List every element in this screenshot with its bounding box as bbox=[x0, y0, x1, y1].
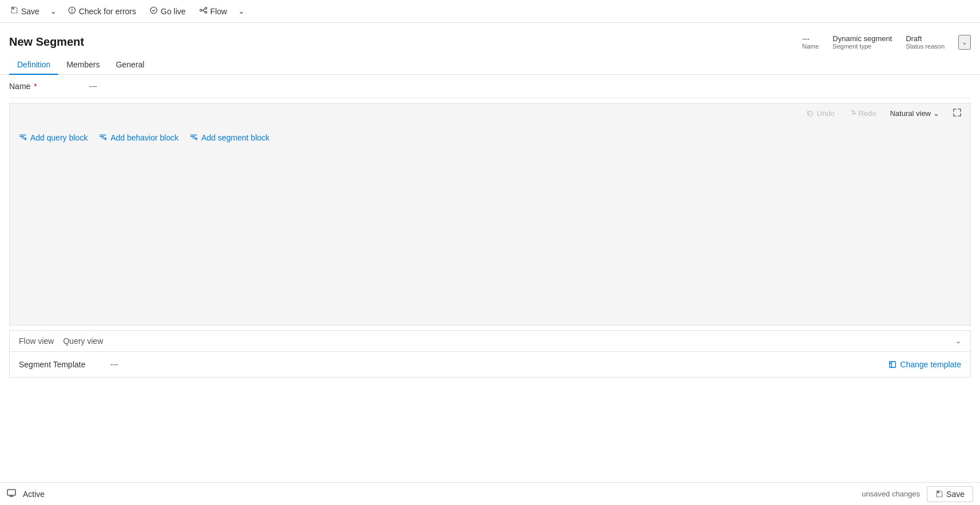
go-live-icon bbox=[150, 6, 158, 16]
status-bar: Active unsaved changes Save bbox=[0, 482, 980, 505]
flow-icon bbox=[199, 6, 207, 16]
save-icon bbox=[10, 6, 18, 16]
tabs: Definition Members General bbox=[0, 55, 980, 75]
add-segment-icon bbox=[190, 133, 198, 142]
status-active-label: Active bbox=[23, 490, 45, 499]
name-meta-value: --- bbox=[802, 34, 810, 43]
tab-definition[interactable]: Definition bbox=[9, 55, 58, 75]
expand-canvas-button[interactable] bbox=[950, 107, 965, 120]
name-field-value[interactable]: --- bbox=[89, 82, 97, 91]
bottom-panel-chevron-icon: ⌄ bbox=[955, 337, 961, 345]
status-save-button[interactable]: Save bbox=[927, 486, 973, 502]
undo-button[interactable]: Undo bbox=[803, 107, 838, 119]
status-reason-value: Draft bbox=[906, 34, 922, 43]
tab-general[interactable]: General bbox=[108, 55, 153, 75]
canvas-area: Undo Redo Natural view ⌄ Add query block bbox=[9, 103, 971, 326]
svg-rect-5 bbox=[890, 362, 896, 368]
status-left: Active bbox=[7, 488, 45, 499]
bottom-panel-tabs: Flow view Query view bbox=[19, 336, 103, 346]
save-button[interactable]: Save bbox=[5, 3, 45, 19]
add-query-icon bbox=[19, 133, 27, 142]
required-indicator: * bbox=[34, 82, 37, 91]
add-behavior-icon bbox=[99, 133, 107, 142]
segment-type-value: Dynamic segment bbox=[833, 34, 892, 43]
change-template-button[interactable]: Change template bbox=[889, 360, 961, 369]
toolbar: Save ⌄ Check for errors Go live Flow ⌄ bbox=[0, 0, 980, 23]
add-segment-block-link[interactable]: Add segment block bbox=[190, 133, 269, 142]
page-header: New Segment --- Name Dynamic segment Seg… bbox=[0, 23, 980, 54]
segment-type-label: Segment type bbox=[833, 43, 871, 50]
flow-button[interactable]: Flow bbox=[194, 3, 233, 19]
status-reason-meta: Draft Status reason bbox=[906, 34, 945, 50]
svg-rect-6 bbox=[7, 490, 15, 495]
natural-view-button[interactable]: Natural view ⌄ bbox=[886, 107, 943, 119]
chevron-down-icon: ⌄ bbox=[50, 7, 57, 15]
main-content: Name * --- Undo Redo Natural view ⌄ bbox=[0, 75, 980, 480]
flow-chevron-icon: ⌄ bbox=[238, 7, 245, 15]
status-reason-label: Status reason bbox=[906, 43, 945, 50]
segment-type-meta: Dynamic segment Segment type bbox=[833, 34, 892, 50]
svg-point-4 bbox=[205, 11, 207, 14]
header-expand-button[interactable]: ⌄ bbox=[958, 35, 971, 50]
header-meta: --- Name Dynamic segment Segment type Dr… bbox=[802, 34, 971, 50]
unsaved-changes-label: unsaved changes bbox=[862, 490, 920, 498]
name-meta: --- Name bbox=[802, 34, 819, 50]
bottom-panel-header[interactable]: Flow view Query view ⌄ bbox=[10, 331, 970, 352]
add-behavior-block-link[interactable]: Add behavior block bbox=[99, 133, 178, 142]
name-field-label: Name * bbox=[9, 82, 89, 91]
screen-icon[interactable] bbox=[7, 488, 16, 499]
flow-view-tab[interactable]: Flow view bbox=[19, 336, 54, 346]
add-query-block-link[interactable]: Add query block bbox=[19, 133, 87, 142]
template-row: Segment Template --- Change template bbox=[10, 352, 970, 377]
name-row: Name * --- bbox=[9, 75, 971, 98]
segment-template-value: --- bbox=[110, 360, 889, 369]
canvas-toolbar: Undo Redo Natural view ⌄ bbox=[10, 103, 970, 123]
bottom-panel: Flow view Query view ⌄ Segment Template … bbox=[9, 330, 971, 378]
save-dropdown-button[interactable]: ⌄ bbox=[47, 3, 60, 20]
status-right: unsaved changes Save bbox=[862, 486, 973, 502]
tab-members[interactable]: Members bbox=[58, 55, 107, 75]
segment-template-label: Segment Template bbox=[19, 360, 110, 369]
natural-view-chevron-icon: ⌄ bbox=[933, 109, 939, 118]
svg-point-2 bbox=[200, 9, 202, 11]
page-title: New Segment bbox=[9, 35, 84, 49]
redo-button[interactable]: Redo bbox=[845, 107, 879, 119]
svg-point-3 bbox=[205, 7, 207, 10]
check-errors-button[interactable]: Check for errors bbox=[62, 3, 142, 19]
name-meta-label: Name bbox=[802, 43, 819, 50]
canvas-content: Add query block Add behavior block Add s… bbox=[10, 123, 970, 151]
go-live-button[interactable]: Go live bbox=[144, 3, 191, 19]
svg-point-1 bbox=[151, 7, 157, 13]
flow-dropdown-button[interactable]: ⌄ bbox=[235, 3, 247, 20]
query-view-tab[interactable]: Query view bbox=[63, 336, 103, 346]
check-errors-icon bbox=[68, 6, 76, 16]
